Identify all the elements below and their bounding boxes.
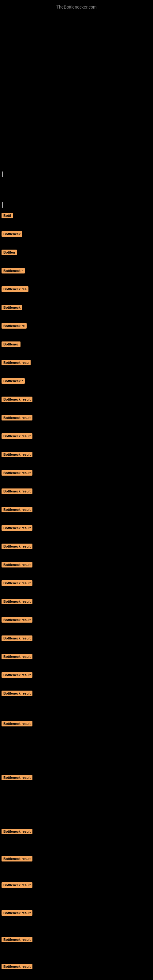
bottleneck-result-badge[interactable]: Bottleneck re (2, 323, 27, 329)
bottleneck-result-badge[interactable]: Bottleneck (2, 305, 22, 310)
bottleneck-result-badge[interactable]: Bottleneck res (2, 286, 29, 292)
bottleneck-result-badge[interactable]: Bottleneck result (2, 654, 32, 659)
bottleneck-result-badge[interactable]: Bottlenec (2, 342, 21, 347)
bottleneck-result-badge[interactable]: Bottl (2, 213, 13, 218)
bottleneck-result-badge[interactable]: Bottleneck result (2, 882, 32, 888)
bottleneck-result-badge[interactable]: Bottleneck r (2, 378, 25, 384)
bottleneck-result-badge[interactable]: Bottleneck result (2, 470, 32, 476)
text-cursor-1 (2, 172, 3, 177)
bottleneck-result-badge[interactable]: Bottleneck result (2, 507, 32, 512)
bottleneck-result-badge[interactable]: Bottleneck result (2, 580, 32, 586)
bottleneck-result-badge[interactable]: Bottleneck r (2, 268, 25, 274)
bottleneck-result-badge[interactable]: Bottleneck (2, 231, 22, 237)
bottleneck-result-badge[interactable]: Bottleneck result (2, 617, 32, 623)
bottleneck-result-badge[interactable]: Bottleneck result (2, 690, 32, 696)
bottleneck-result-badge[interactable]: Bottleneck result (2, 452, 32, 457)
bottleneck-result-badge[interactable]: Bottleneck result (2, 488, 32, 494)
bottleneck-result-badge[interactable]: Bottleneck result (2, 856, 32, 861)
bottleneck-result-badge[interactable]: Bottleneck result (2, 415, 32, 420)
bottleneck-result-badge[interactable]: Bottleneck result (2, 964, 32, 969)
bottleneck-result-badge[interactable]: Bottleneck result (2, 829, 32, 834)
bottleneck-result-badge[interactable]: Bottleneck result (2, 562, 32, 568)
site-title: TheBottlenecker.com (0, 2, 153, 13)
bottleneck-result-badge[interactable]: Bottleneck result (2, 599, 32, 604)
bottleneck-result-badge[interactable]: Bottleneck result (2, 721, 32, 726)
text-cursor-2 (2, 202, 3, 208)
bottleneck-result-badge[interactable]: Bottleneck result (2, 396, 32, 402)
bottleneck-result-badge[interactable]: Bottleneck result (2, 544, 32, 549)
bottleneck-result-badge[interactable]: Bottlen (2, 250, 17, 255)
bottleneck-result-badge[interactable]: Bottleneck result (2, 525, 32, 531)
bottleneck-result-badge[interactable]: Bottleneck result (2, 672, 32, 678)
bottleneck-result-badge[interactable]: Bottleneck result (2, 635, 32, 641)
bottleneck-result-badge[interactable]: Bottleneck result (2, 433, 32, 439)
bottleneck-result-badge[interactable]: Bottleneck result (2, 910, 32, 916)
bottleneck-result-badge[interactable]: Bottleneck result (2, 775, 32, 780)
bottleneck-result-badge[interactable]: Bottleneck resu (2, 360, 30, 365)
bottleneck-result-badge[interactable]: Bottleneck result (2, 937, 32, 942)
